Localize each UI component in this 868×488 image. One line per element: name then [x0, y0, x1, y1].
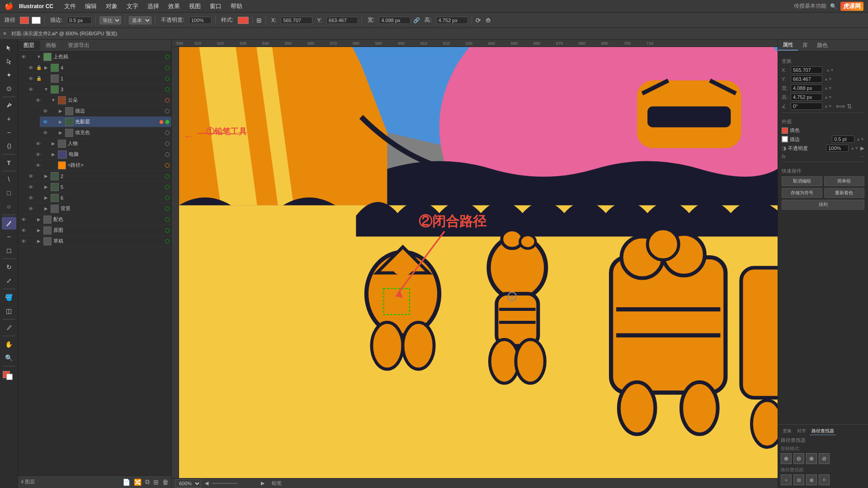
tab-artboard[interactable]: 画板: [40, 41, 62, 50]
layer-visibility-toggle[interactable]: 👁: [20, 53, 27, 61]
layer-item[interactable]: 👁 ▶ 光影层: [40, 117, 171, 127]
ungroup-button[interactable]: 取消编组: [782, 176, 822, 186]
zoom-decrease[interactable]: ◀: [205, 480, 208, 486]
canvas-content[interactable]: 魔棒 ①铅笔工具 ← .stroke-dark { stroke: #1a1a2…: [172, 47, 778, 478]
menu-text[interactable]: 文字: [123, 1, 142, 11]
pathfinder-merge-button[interactable]: ⊞: [806, 474, 817, 485]
pathfinder-divide-button[interactable]: ÷: [781, 474, 792, 485]
flip-v-icon[interactable]: ⇅: [847, 103, 852, 110]
copy-layer-button[interactable]: ⧉: [145, 478, 150, 486]
tab-close-button[interactable]: ✕: [3, 31, 7, 37]
menu-effect[interactable]: 效果: [165, 1, 184, 11]
layer-expand-toggle[interactable]: ▶: [51, 141, 56, 146]
opacity-right-input[interactable]: [826, 145, 849, 152]
layer-lock-toggle[interactable]: [35, 194, 42, 202]
transform-y-input[interactable]: [791, 75, 822, 83]
layer-lock-toggle[interactable]: [28, 227, 35, 234]
hand-tool[interactable]: ✋: [2, 338, 16, 351]
zoom-tool[interactable]: 🔍: [2, 352, 16, 364]
eraser-tool[interactable]: ◻: [2, 244, 16, 257]
layer-visibility-toggle[interactable]: 👁: [20, 216, 27, 223]
shape-minus-front-button[interactable]: ⊖: [793, 453, 804, 464]
h-stepper[interactable]: ▲▼: [824, 95, 832, 99]
add-anchor-tool[interactable]: +: [2, 113, 16, 125]
pathfinder-crop-button[interactable]: ⌗: [819, 474, 830, 485]
zoom-slider[interactable]: ────────: [212, 481, 257, 486]
layer-expand-toggle[interactable]: ▶: [58, 130, 63, 136]
document-tab[interactable]: 封面-演示源文件2.ai* @ 600% (RGB/GPU 预览): [11, 30, 117, 37]
arrange-button[interactable]: 排列: [782, 200, 864, 210]
apple-menu[interactable]: 🍎: [5, 2, 14, 10]
layer-visibility-toggle[interactable]: 👁: [27, 183, 34, 191]
menu-window[interactable]: 窗口: [206, 1, 225, 11]
layer-lock-toggle[interactable]: [28, 53, 35, 61]
fill-color-picker[interactable]: [32, 17, 41, 24]
layer-visibility-toggle[interactable]: 👁: [27, 86, 34, 93]
fill-color-swatch[interactable]: [32, 17, 41, 24]
layer-expand-toggle[interactable]: ▼: [51, 98, 56, 103]
layer-lock-toggle[interactable]: [42, 97, 50, 104]
x-coord-input[interactable]: [281, 17, 312, 24]
layer-expand-toggle[interactable]: ▶: [51, 152, 56, 157]
layer-lock-toggle[interactable]: [35, 205, 42, 212]
flip-h-icon[interactable]: ⟺: [836, 103, 845, 110]
layer-lock-toggle[interactable]: [42, 140, 50, 147]
link-icon[interactable]: 🔗: [413, 17, 420, 23]
layer-expand-toggle[interactable]: [43, 76, 49, 81]
layer-lock-toggle[interactable]: 🔒: [35, 64, 42, 71]
search-icon[interactable]: 🔍: [830, 3, 837, 9]
delete-anchor-tool[interactable]: −: [2, 126, 16, 139]
direct-selection-tool[interactable]: [2, 55, 16, 68]
gradient-tool[interactable]: ◫: [2, 305, 16, 317]
selection-tool[interactable]: [2, 42, 16, 54]
stroke-width-right-input[interactable]: [832, 136, 854, 143]
layer-visibility-toggle[interactable]: 👁: [34, 97, 42, 104]
menu-object[interactable]: 对象: [102, 1, 121, 11]
opacity-more-icon[interactable]: ▶: [860, 145, 864, 151]
layer-visibility-toggle[interactable]: 👁: [34, 162, 42, 169]
recolor-button[interactable]: 重新着色: [824, 188, 865, 198]
delete-layer-button[interactable]: 🗑: [162, 479, 169, 486]
stroke-color-swatch[interactable]: [782, 136, 788, 142]
layer-expand-toggle[interactable]: ▶: [58, 119, 63, 125]
layer-item[interactable]: 👁 ▶ 原图: [18, 225, 171, 236]
layer-visibility-toggle[interactable]: 👁: [34, 140, 42, 147]
layer-expand-toggle[interactable]: ▶: [36, 228, 42, 233]
layer-expand-toggle[interactable]: ▶: [43, 195, 49, 201]
tab-pathfinder[interactable]: 路径查找器: [810, 427, 836, 435]
layer-visibility-toggle[interactable]: 👁: [42, 129, 49, 136]
layer-item[interactable]: 👁 ▼ 云朵: [33, 95, 171, 106]
layer-lock-toggle[interactable]: [35, 86, 42, 93]
layer-expand-toggle[interactable]: ▶: [43, 65, 49, 70]
save-symbol-button[interactable]: 存储为符号: [782, 188, 822, 198]
layer-item[interactable]: 👁 ▶ 背景: [25, 203, 171, 214]
layer-expand-toggle[interactable]: ▶: [58, 108, 63, 114]
layer-item[interactable]: 👁 ▼ 上色稿: [18, 52, 171, 62]
w-stepper[interactable]: ▲▼: [824, 86, 832, 90]
pen-tool[interactable]: [2, 99, 16, 112]
layer-visibility-toggle[interactable]: 👁: [27, 205, 34, 212]
simple-group-button[interactable]: 简单组: [824, 176, 865, 186]
y-coord-input[interactable]: [326, 17, 358, 24]
smooth-tool[interactable]: ~: [2, 230, 16, 243]
stroke-type-select[interactable]: 基本: [129, 16, 151, 24]
tab-asset-export[interactable]: 资源导出: [62, 41, 95, 50]
layer-visibility-toggle[interactable]: 👁: [34, 151, 42, 158]
tab-libraries[interactable]: 库: [798, 41, 812, 50]
layer-item[interactable]: 👁 🔒 1: [25, 73, 171, 84]
shape-unite-button[interactable]: ⊕: [781, 453, 792, 464]
menu-edit[interactable]: 编辑: [81, 1, 100, 11]
width-input[interactable]: [379, 17, 410, 24]
fill-color-swatch[interactable]: [782, 127, 788, 134]
layer-expand-toggle[interactable]: ▶: [36, 217, 42, 222]
rect-tool[interactable]: □: [2, 187, 16, 199]
pathfinder-trim-button[interactable]: ⊟: [793, 474, 804, 485]
paintbucket-tool[interactable]: 🪣: [2, 291, 16, 304]
type-tool[interactable]: T: [2, 156, 16, 169]
layer-item[interactable]: 👁 ▶ 电脑: [33, 149, 171, 160]
stroke-width-input[interactable]: [67, 17, 92, 24]
tab-properties[interactable]: 属性: [778, 40, 798, 51]
layer-item[interactable]: 👁 ▶ 2: [25, 171, 171, 182]
layer-item[interactable]: 👁 ▶ 草稿: [18, 236, 171, 247]
lasso-tool[interactable]: ⊙: [2, 82, 16, 95]
